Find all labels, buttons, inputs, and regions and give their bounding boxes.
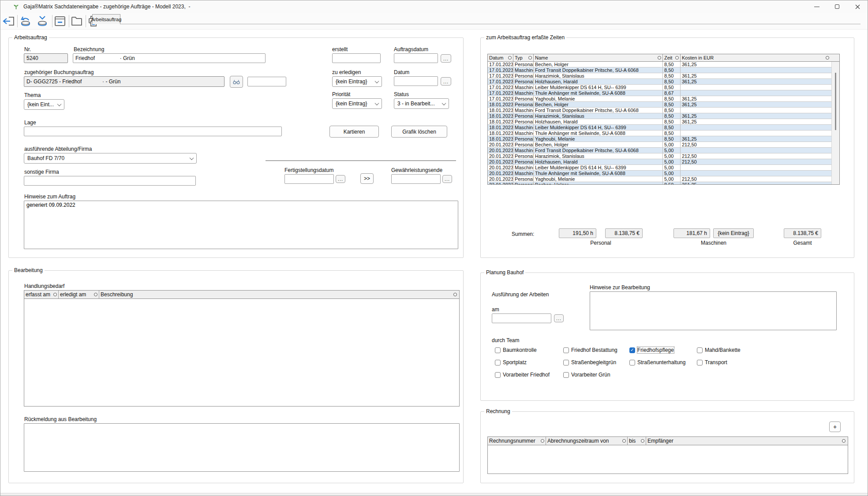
am-picker-button[interactable]: ... [554, 314, 564, 322]
team-checkbox-vorarbeiter-gr-n[interactable]: Vorarbeiter Grün [563, 372, 629, 378]
hinweise-bearbeitung-textarea[interactable] [590, 291, 837, 330]
zeiten-table-row[interactable]: 17.01.2023MaschineThule Anhänger mit Sei… [488, 90, 831, 96]
table-cell: 5,00 [663, 153, 681, 159]
table-cell: 18.01.2023 [488, 119, 513, 124]
zeiten-table-row[interactable]: 18.01.2023PersonalBechen, Holger8,50361,… [488, 102, 831, 108]
column-header-kosten[interactable]: Kosten in EUR [681, 54, 839, 61]
zeiten-table-row[interactable]: 18.01.2023PersonalYaghoubi, Melanie8,503… [488, 136, 831, 142]
sort-circle-icon [453, 293, 457, 296]
team-checkbox-vorarbeiter-friedhof[interactable]: Vorarbeiter Friedhof [495, 372, 563, 378]
zeiten-table-row[interactable]: 17.01.2023PersonalYaghoubi, Melanie8,503… [488, 96, 831, 102]
am-field[interactable] [492, 313, 551, 323]
datum-picker-button[interactable]: ... [441, 77, 451, 86]
zeiten-table-row[interactable]: 20.01.2023MaschineLeiber Muldenkipper DS… [488, 165, 831, 171]
zeiten-table-row[interactable]: 18.01.2023PersonalHolzhausen, Harald8,50… [488, 119, 831, 125]
close-button[interactable] [847, 0, 868, 13]
zeiten-table-row[interactable]: 18.01.2023MaschineFord Transit Doppelkab… [488, 108, 831, 113]
zeiten-table-row[interactable]: 20.01.2023PersonalHolzhausen, Harald5,00… [488, 159, 831, 165]
status-select[interactable]: 3 - in Bearbeit... [394, 98, 449, 109]
column-header-beschreibung[interactable]: Beschreibung [99, 291, 459, 298]
rueckmeldung-textarea[interactable] [24, 423, 460, 472]
team-checkbox-sportplatz[interactable]: Sportplatz [495, 359, 563, 365]
column-header-empfaenger[interactable]: Empfänger [646, 437, 848, 445]
sort-circle-icon [675, 56, 679, 60]
exit-button[interactable] [2, 15, 15, 27]
zeiten-table-row[interactable]: 17.01.2023PersonalHarazimiok, Stanislaus… [488, 73, 831, 79]
nr-field[interactable] [24, 53, 68, 63]
table-cell: Personal [513, 182, 534, 184]
buchungsauftrag-field[interactable] [24, 76, 224, 87]
column-header-typ[interactable]: Typ [513, 54, 534, 61]
buchungsauftrag-search-button[interactable] [230, 76, 243, 88]
team-checkbox-baumkontrolle[interactable]: Baumkontrolle [495, 347, 563, 353]
scrollbar-thumb[interactable] [835, 73, 836, 130]
zeiten-table-row[interactable]: 20.01.2023MaschineFord Transit Doppelkab… [488, 148, 831, 153]
lage-field[interactable] [24, 127, 282, 136]
zeiten-table-row[interactable]: 17.01.2023PersonalBechen, Holger8,50361,… [488, 62, 831, 67]
load-from-database-button[interactable] [19, 15, 32, 27]
auftragsdatum-field[interactable] [394, 53, 438, 63]
team-checkbox-stra-enunterhaltung[interactable]: Straßenunterhaltung [629, 359, 697, 365]
zeiten-table-row[interactable]: 17.01.2023PersonalHolzhausen, Harald8,50… [488, 79, 831, 85]
zeiten-table-row[interactable]: 17.01.2023MaschineFord Transit Doppelkab… [488, 67, 831, 73]
zeiten-table-row[interactable]: 20.01.2023MaschineThule Anhänger mit Sei… [488, 171, 831, 176]
tab-arbeitsauftrag[interactable]: Arbeitsauftrag [92, 14, 120, 24]
zeiten-table-row[interactable]: 18.01.2023MaschineThule Anhänger mit Sei… [488, 131, 831, 136]
zeiten-table-row[interactable]: 20.01.2023PersonalBechen, Holger5,00212,… [488, 142, 831, 148]
thema-select[interactable]: {kein Eint... [24, 99, 64, 110]
erstellt-field[interactable] [332, 53, 381, 63]
zeiten-table-row[interactable]: 17.01.2023MaschineLeiber Muldenkipper DS… [488, 85, 831, 90]
table-cell: Personal [513, 96, 534, 101]
column-header-erledigt-am[interactable]: erledigt am [59, 291, 99, 298]
zeiten-table-row[interactable]: 23.01.2023PersonalBechen, Holger8,50361,… [488, 182, 831, 184]
zeiten-table-row[interactable]: 20.01.2023PersonalYaghoubi, Melanie5,002… [488, 176, 831, 182]
table-cell: 8,50 [663, 125, 681, 130]
zeiten-table-row[interactable]: 18.01.2023PersonalHarazimiok, Stanislaus… [488, 113, 831, 119]
gewaehrleistungsende-picker-button[interactable]: ... [442, 175, 452, 183]
column-header-erfasst-am[interactable]: erfasst am [24, 291, 59, 298]
team-checkbox-friedhofspflege[interactable]: ✓Friedhofspflege [629, 347, 697, 353]
bezeichnung-field[interactable] [73, 53, 266, 63]
column-header-bis[interactable]: bis [628, 437, 646, 445]
table-cell: 18.01.2023 [488, 131, 513, 136]
form-window-button[interactable] [54, 15, 66, 27]
vertical-scrollbar[interactable] [831, 62, 839, 184]
column-header-datum[interactable]: Datum [488, 54, 513, 61]
minimize-button[interactable] [807, 0, 827, 13]
zu-erledigen-select[interactable]: {kein Eintrag} [332, 76, 382, 87]
open-folder-button[interactable] [71, 15, 83, 27]
group-bearbeitung: Bearbeitung Handlungsbedarf erfasst am e… [8, 270, 464, 483]
hinweise-auftrag-textarea[interactable]: generiert 09.09.2022 [24, 201, 458, 249]
prioritaet-select[interactable]: {kein Eintrag} [332, 98, 382, 109]
am-label: am [492, 306, 499, 313]
datum-field[interactable] [394, 76, 438, 86]
zeiten-table-row[interactable]: 20.01.2023PersonalHarazimiok, Stanislaus… [488, 153, 831, 159]
team-checkbox-friedhof-bestattung[interactable]: Friedhof Bestattung [563, 347, 629, 353]
maximize-button[interactable] [827, 0, 847, 13]
column-header-name[interactable]: Name [534, 54, 663, 61]
column-header-rechnungsnummer[interactable]: Rechnungsnummer [488, 437, 546, 445]
team-checkbox-transport[interactable]: Transport [697, 359, 741, 365]
table-cell: 8,67 [663, 90, 681, 96]
sort-circle-icon [658, 56, 661, 60]
table-cell: 361,25 [681, 136, 831, 142]
transfer-button[interactable]: >> [360, 173, 374, 184]
table-cell: 361,25 [681, 119, 831, 124]
team-checkbox-mahd-bankette[interactable]: Mahd/Bankette [697, 347, 741, 353]
abteilung-select[interactable]: Bauhof FD 7/70 [24, 153, 197, 164]
fertigstellungsdatum-field[interactable] [284, 174, 334, 184]
save-to-database-button[interactable] [36, 15, 49, 27]
add-invoice-button[interactable]: + [829, 421, 841, 432]
team-checkbox-stra-enbegleitgr-n[interactable]: Straßenbegleitgrün [563, 359, 629, 365]
fertigstellungsdatum-picker-button[interactable]: ... [336, 175, 345, 183]
auftragsdatum-picker-button[interactable]: ... [441, 54, 451, 63]
sort-circle-icon [508, 56, 512, 60]
buchungsauftrag-extra-field[interactable] [247, 77, 286, 86]
gewaehrleistungsende-field[interactable] [391, 174, 441, 184]
grafik-loeschen-button[interactable]: Grafik löschen [391, 126, 447, 138]
column-header-zeit[interactable]: Zeit [663, 54, 681, 61]
kartieren-button[interactable]: Kartieren [329, 126, 379, 138]
zeiten-table-row[interactable]: 18.01.2023MaschineLeiber Muldenkipper DS… [488, 125, 831, 131]
sonstige-firma-field[interactable] [24, 176, 196, 186]
column-header-abrechnungszeitraum-von[interactable]: Abrechnungszeitraum von [546, 437, 628, 445]
